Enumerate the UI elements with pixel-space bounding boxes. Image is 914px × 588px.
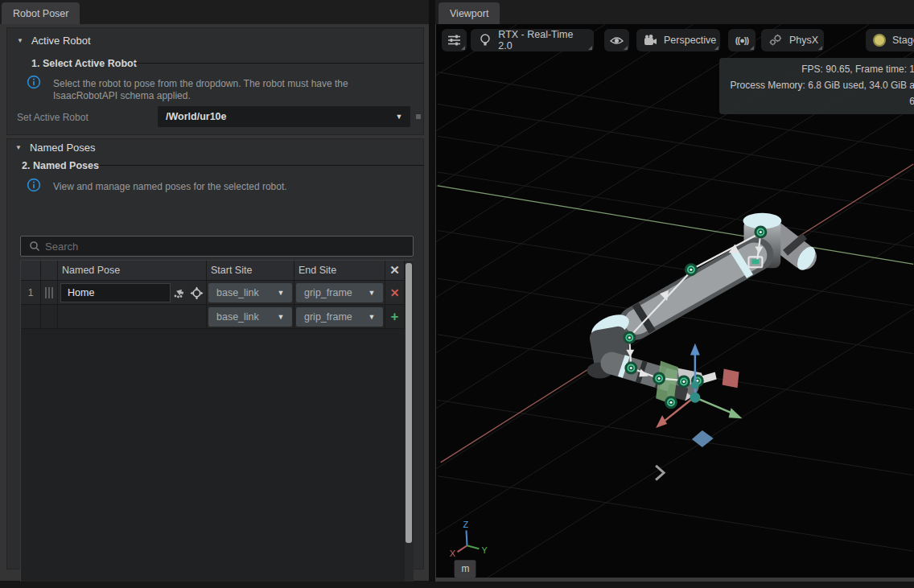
delete-row-button[interactable]: ✕	[385, 281, 405, 305]
stage-label: Stage	[892, 35, 914, 46]
physics-label: PhysX	[789, 35, 818, 46]
camera-icon	[644, 33, 657, 47]
application-window: Robot Poser ▼ Active Robot 1. Select Act…	[0, 0, 914, 588]
row-number: 1	[21, 281, 41, 305]
active-robot-dropdown[interactable]: /World/ur10e ▼	[158, 106, 410, 127]
table-scrollbar-track[interactable]	[405, 261, 414, 588]
left-tabbar: Robot Poser	[0, 0, 429, 24]
broadcast-button[interactable]: ((●))	[728, 29, 755, 51]
collapse-arrow-icon[interactable]: ▼	[15, 144, 22, 151]
end-site-dropdown[interactable]: grip_frame ▼	[296, 283, 383, 302]
default-value-indicator[interactable]	[416, 114, 421, 119]
lightbulb-icon	[478, 33, 492, 47]
gears-icon	[768, 33, 783, 47]
row-number	[21, 305, 41, 329]
info-icon	[27, 178, 41, 192]
pose-name-cell[interactable]	[58, 305, 207, 329]
stage-lights-button[interactable]: Stage	[866, 29, 914, 51]
table-scrollbar-thumb[interactable]	[406, 263, 412, 543]
row-drag-handle[interactable]	[41, 281, 58, 305]
unit-label: m	[462, 563, 470, 574]
search-input[interactable]	[45, 241, 383, 253]
panel-splitter[interactable]	[429, 0, 435, 588]
axis-tripod	[458, 530, 480, 552]
axis-x-label: X	[450, 549, 456, 558]
active-robot-header-label: Active Robot	[31, 35, 91, 47]
start-site-dropdown[interactable]: base_link ▼	[208, 307, 292, 327]
pose-name-cell	[58, 281, 207, 305]
robot-poser-panel: ▼ Active Robot 1. Select Active Robot Se…	[0, 24, 429, 581]
start-site-dropdown[interactable]: base_link ▼	[208, 283, 292, 302]
tab-robot-poser-label: Robot Poser	[13, 8, 68, 19]
stats-memory-line: Process Memory: 6.8 GiB used, 34.0 GiB a	[719, 77, 914, 93]
render-engine-button[interactable]: RTX - Real-Time 2.0	[471, 29, 594, 51]
column-header-start-site[interactable]: Start Site	[207, 261, 294, 281]
stats-text: FPS: 90.65, Frame time: 1 Process Memory…	[719, 61, 914, 109]
active-robot-dropdown-value: /World/ur10e	[158, 111, 388, 122]
select-active-robot-title: 1. Select Active Robot	[31, 58, 137, 69]
physics-button[interactable]: PhysX	[761, 29, 824, 51]
robot-arm-ur10e[interactable]	[587, 213, 819, 405]
tab-viewport[interactable]: Viewport	[438, 2, 500, 24]
stats-fps-line: FPS: 90.65, Frame time: 1	[719, 61, 914, 77]
viewport-tabbar: Viewport	[435, 0, 914, 24]
active-robot-collapse-header[interactable]: ▼ Active Robot	[17, 35, 91, 47]
stats-extra-line: 6	[719, 93, 914, 109]
camera-label: Perspective	[664, 35, 716, 46]
set-active-robot-label: Set Active Robot	[17, 112, 89, 123]
end-site-cell: grip_frame ▼	[294, 281, 385, 305]
drag-handle-icon	[45, 287, 53, 298]
divider	[100, 165, 424, 166]
start-site-cell: base_link ▼	[207, 281, 294, 305]
active-robot-info-line2: IsaacRobotAPI schema applied.	[53, 90, 375, 102]
render-engine-label: RTX - Real-Time 2.0	[498, 29, 587, 51]
active-robot-info-line1: Select the robot to pose from the dropdo…	[53, 78, 375, 90]
clear-all-icon[interactable]: ✕	[389, 263, 400, 278]
apply-pose-icon[interactable]	[172, 286, 187, 300]
chevron-down-icon[interactable]: ▼	[270, 289, 292, 297]
tab-viewport-label: Viewport	[450, 8, 488, 19]
chevron-right-icon[interactable]	[656, 466, 664, 480]
add-row-icon[interactable]: +	[391, 309, 399, 325]
world-y-axis-line	[438, 186, 914, 264]
tab-robot-poser[interactable]: Robot Poser	[2, 2, 80, 24]
active-robot-section: ▼ Active Robot 1. Select Active Robot Se…	[6, 27, 424, 135]
named-poses-collapse-header[interactable]: ▼ Named Poses	[15, 142, 96, 154]
window-bottom-bar	[0, 582, 914, 588]
visibility-button[interactable]	[604, 29, 629, 51]
axis-z-label: Z	[463, 520, 469, 529]
named-poses-table: Named Pose Start Site End Site ✕ 1	[20, 260, 414, 588]
viewport-3d-canvas[interactable]: Z X Y m RTX - Real-Time 2.0	[435, 24, 914, 578]
delete-row-icon[interactable]: ✕	[390, 286, 400, 299]
chain-end-marker	[751, 259, 759, 264]
chevron-down-icon[interactable]: ▼	[388, 113, 410, 121]
divider	[134, 63, 424, 64]
start-site-cell: base_link ▼	[207, 305, 294, 329]
chevron-down-icon[interactable]: ▼	[360, 289, 383, 297]
collapse-arrow-icon[interactable]: ▼	[17, 37, 23, 44]
named-poses-title: 2. Named Poses	[22, 160, 99, 171]
stage-light-icon	[873, 34, 886, 47]
broadcast-icon: ((●))	[735, 35, 748, 45]
add-row-button[interactable]: +	[385, 305, 405, 329]
chevron-down-icon[interactable]: ▼	[270, 313, 292, 321]
column-header-end-site[interactable]: End Site	[294, 261, 385, 281]
pose-search[interactable]	[20, 236, 414, 257]
pose-name-input[interactable]	[60, 283, 171, 302]
red-site-marker[interactable]	[723, 369, 739, 389]
axis-y-label: Y	[481, 545, 488, 555]
clear-all-button[interactable]: ✕	[385, 261, 405, 281]
header-blank	[21, 261, 41, 281]
column-header-named-pose[interactable]: Named Pose	[58, 261, 207, 281]
row-drag-handle	[41, 305, 58, 329]
blue-site-marker[interactable]	[692, 430, 714, 447]
camera-button[interactable]: Perspective	[636, 29, 720, 51]
end-site-dropdown[interactable]: grip_frame ▼	[296, 307, 383, 327]
chevron-down-icon[interactable]: ▼	[360, 313, 383, 321]
viewport-settings-button[interactable]	[442, 29, 467, 51]
target-pose-icon[interactable]	[189, 286, 204, 300]
search-icon	[27, 239, 42, 253]
eye-icon	[610, 33, 624, 47]
named-poses-header-label: Named Poses	[30, 142, 96, 154]
named-poses-info: View and manage named poses for the sele…	[53, 181, 391, 193]
